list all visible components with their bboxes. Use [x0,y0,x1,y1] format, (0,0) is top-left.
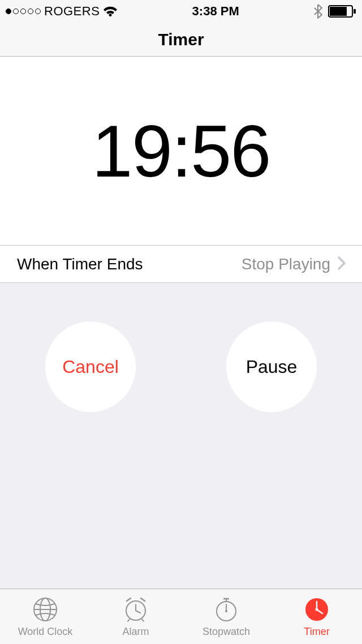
signal-strength-icon [6,8,41,14]
svg-line-10 [142,619,144,621]
bluetooth-icon [313,4,322,19]
svg-rect-2 [354,9,356,14]
when-timer-ends-row[interactable]: When Timer Ends Stop Playing [0,246,362,283]
tab-world-clock[interactable]: World Clock [0,589,90,644]
tab-timer[interactable]: Timer [272,589,362,644]
tab-label: Alarm [122,626,149,638]
buttons-area: Cancel Pause [0,283,362,589]
status-bar: ROGERS 3:38 PM [0,0,362,23]
battery-icon [328,5,356,18]
when-timer-ends-label: When Timer Ends [17,255,242,273]
alarm-clock-icon [122,595,150,624]
tab-bar: World Clock Alarm Stopwatch Timer [0,589,362,644]
chevron-right-icon [337,256,346,273]
tab-label: Stopwatch [202,626,250,638]
svg-line-9 [128,619,130,621]
timer-icon [303,595,331,624]
svg-point-13 [225,610,227,612]
timer-display-area: 19:56 [0,57,362,246]
svg-line-8 [136,611,140,613]
timer-countdown: 19:56 [92,109,270,194]
globe-icon [31,595,59,624]
status-time: 3:38 PM [192,4,239,19]
tab-alarm[interactable]: Alarm [90,589,181,644]
svg-rect-1 [330,7,347,16]
nav-header: Timer [0,23,362,57]
pause-button[interactable]: Pause [226,321,317,412]
carrier-label: ROGERS [44,4,100,19]
tab-stopwatch[interactable]: Stopwatch [181,589,272,644]
wifi-icon [103,6,118,17]
svg-point-19 [316,608,318,611]
page-title: Timer [158,30,204,49]
tab-label: Timer [304,626,329,638]
tab-label: World Clock [18,626,73,638]
when-timer-ends-value: Stop Playing [242,255,330,273]
stopwatch-icon [212,595,240,624]
cancel-button[interactable]: Cancel [45,321,136,412]
